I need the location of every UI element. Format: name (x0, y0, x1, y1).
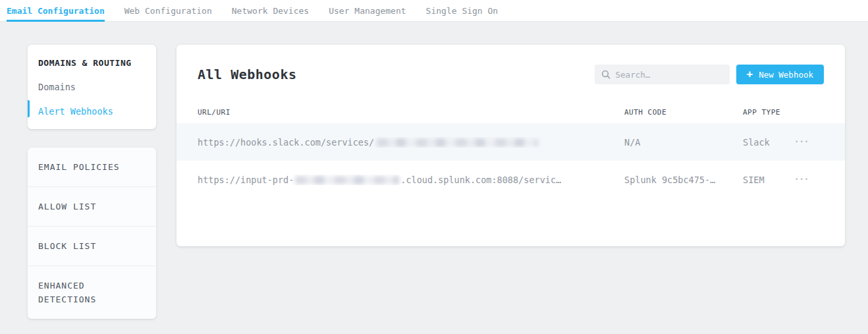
sidebar-item-block-list[interactable]: BLOCK LIST (28, 227, 156, 266)
sidebar-section-list: EMAIL POLICIES ALLOW LIST BLOCK LIST ENH… (28, 148, 156, 319)
search-box[interactable] (595, 65, 730, 84)
new-webhook-label: New Webhook (759, 70, 813, 80)
redacted-url-blur (295, 176, 399, 184)
plus-icon: + (747, 69, 753, 80)
column-header-app-type: APP TYPE (743, 108, 795, 117)
domains-routing-heading: DOMAINS & ROUTING (38, 58, 146, 68)
table-row[interactable]: https://hooks.slack.com/services/ N/A Sl… (176, 123, 845, 161)
webhooks-panel: All Webhooks + New Webhook URL/URI AUTH … (176, 45, 845, 246)
auth-code-cell: Splunk 9c5bc475-… (624, 175, 743, 185)
top-navigation: Email Configuration Web Configuration Ne… (0, 0, 868, 22)
page-title: All Webhooks (198, 67, 297, 82)
header-actions: + New Webhook (595, 65, 824, 84)
column-header-url: URL/URI (198, 108, 624, 117)
sidebar-item-email-policies[interactable]: EMAIL POLICIES (28, 148, 156, 187)
auth-code-cell: N/A (624, 137, 743, 148)
column-header-auth-code: AUTH CODE (624, 108, 743, 117)
new-webhook-button[interactable]: + New Webhook (736, 65, 824, 84)
search-icon (601, 70, 610, 79)
app-type-cell: Slack (743, 137, 795, 148)
webhook-url-suffix: .cloud.splunk.com:8088/servic… (400, 175, 561, 185)
webhook-url-cell: https://hooks.slack.com/services/ (198, 137, 624, 148)
redacted-url-blur (377, 138, 538, 147)
app-type-cell: SIEM (743, 175, 795, 185)
tab-network-devices[interactable]: Network Devices (232, 0, 309, 21)
tab-single-sign-on[interactable]: Single Sign On (426, 0, 499, 21)
webhook-url-cell: https://input-prd-.cloud.splunk.com:8088… (198, 175, 624, 185)
sidebar-item-allow-list[interactable]: ALLOW LIST (28, 187, 156, 227)
domains-routing-card: DOMAINS & ROUTING Domains Alert Webhooks (28, 45, 156, 129)
sidebar-item-enhanced-detections[interactable]: ENHANCED DETECTIONS (28, 266, 156, 319)
row-menu-icon[interactable]: ••• (795, 139, 809, 145)
search-input[interactable] (616, 70, 723, 80)
webhook-url-prefix: https://hooks.slack.com/services/ (198, 137, 374, 148)
active-item-indicator (28, 100, 30, 117)
tab-user-management[interactable]: User Management (329, 0, 406, 21)
table-header-row: URL/URI AUTH CODE APP TYPE (176, 101, 845, 123)
panel-header: All Webhooks + New Webhook (176, 45, 845, 84)
sidebar-item-domains[interactable]: Domains (38, 82, 146, 92)
tab-email-configuration[interactable]: Email Configuration (7, 0, 105, 21)
table-row[interactable]: https://input-prd-.cloud.splunk.com:8088… (176, 161, 845, 198)
webhooks-table: URL/URI AUTH CODE APP TYPE https://hooks… (176, 101, 845, 198)
tab-web-configuration[interactable]: Web Configuration (124, 0, 212, 21)
webhook-url-prefix: https://input-prd- (198, 175, 294, 185)
row-menu-icon[interactable]: ••• (795, 177, 809, 182)
sidebar-item-alert-webhooks[interactable]: Alert Webhooks (38, 106, 146, 117)
